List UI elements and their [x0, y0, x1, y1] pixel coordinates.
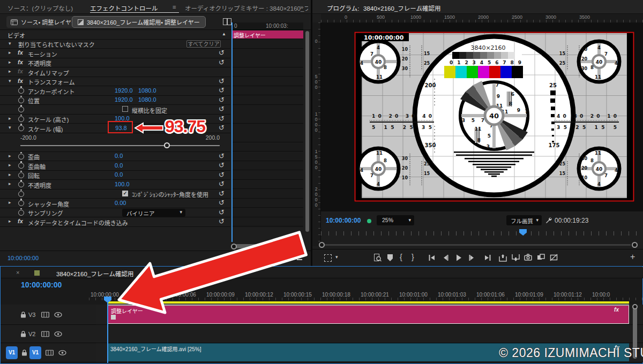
- stopwatch-icon[interactable]: [18, 172, 24, 178]
- mark-in-icon[interactable]: {: [400, 253, 402, 261]
- extract-icon[interactable]: [512, 254, 520, 262]
- lock-icon[interactable]: [20, 330, 27, 337]
- comparison-view-icon[interactable]: [537, 254, 545, 261]
- stopwatch-icon[interactable]: [18, 191, 24, 197]
- timeline-ruler[interactable]: 10:00:00:00 10:00:00:03 10:00:00:06 10:0…: [89, 291, 642, 300]
- chevron-down-icon[interactable]: ▾: [335, 254, 338, 260]
- clip-target-button[interactable]: 3840×2160_フレーム確認用• 調整レイヤー: [72, 16, 206, 28]
- zoom-level-dropdown[interactable]: 25% ▾: [377, 215, 414, 225]
- position-x-value[interactable]: 1920.0: [115, 96, 138, 103]
- opacity-param-value[interactable]: 100.0: [115, 181, 138, 187]
- slider-track[interactable]: [20, 145, 220, 146]
- program-mini-ruler[interactable]: [321, 231, 638, 236]
- multicam-off-icon[interactable]: [550, 254, 558, 261]
- play-audio-icon[interactable]: ▶♪: [282, 253, 289, 260]
- program-timecode[interactable]: 10:00:00:00: [326, 217, 361, 224]
- tab-audio-mixer[interactable]: オーディオクリップミキサー : 3840×2160_フレーム: [185, 4, 308, 12]
- stopwatch-icon[interactable]: [18, 88, 24, 94]
- reset-button[interactable]: ↺: [219, 96, 225, 104]
- row-motion[interactable]: ▸ fx モーション ↺: [0, 49, 230, 58]
- reset-button[interactable]: ↺: [219, 77, 225, 86]
- stopwatch-icon[interactable]: [18, 125, 24, 131]
- filter-icon[interactable]: [268, 253, 275, 261]
- row-opacity-effect[interactable]: ▸ fx 不透明度 ↺: [0, 58, 230, 68]
- slider-handle[interactable]: [164, 142, 170, 148]
- stopwatch-icon[interactable]: [18, 181, 24, 187]
- ec-scrollbar-left-handle[interactable]: [231, 244, 237, 249]
- row-metadata-burnin[interactable]: ▸ fx メタデータとタイムコードの焼き込み ↺: [0, 217, 230, 227]
- track-header-v1[interactable]: V1 V1: [1, 343, 96, 362]
- tab-effect-controls[interactable]: エフェクトコントロール: [90, 4, 158, 12]
- row-video-header[interactable]: ビデオ ▲: [0, 30, 230, 40]
- track-visibility-eye-icon[interactable]: [58, 350, 66, 355]
- go-to-out-icon[interactable]: [484, 254, 491, 261]
- tab-source[interactable]: ソース：(クリップなし): [8, 4, 73, 12]
- step-forward-icon[interactable]: [468, 254, 475, 261]
- reset-button[interactable]: ↺: [219, 189, 225, 198]
- twirl-open-icon[interactable]: ▾: [9, 125, 11, 130]
- twirl-closed-icon[interactable]: ▸: [9, 153, 11, 158]
- reset-button[interactable]: ↺: [219, 161, 225, 170]
- reset-button[interactable]: ↺: [219, 86, 225, 95]
- add-marker-icon[interactable]: [387, 254, 393, 261]
- mark-out-icon[interactable]: }: [412, 253, 414, 261]
- program-menu-icon[interactable]: ≡: [418, 4, 422, 10]
- skew-axis-value[interactable]: 0.0: [115, 162, 138, 169]
- ec-vertical-scrollbar[interactable]: [305, 31, 309, 232]
- sync-lock-film-icon[interactable]: [46, 350, 54, 355]
- export-frame-camera-icon[interactable]: [524, 254, 532, 261]
- reset-button[interactable]: ↺: [219, 58, 225, 67]
- program-scrollbar-right-handle[interactable]: [632, 242, 638, 248]
- twirl-closed-icon[interactable]: ▸: [9, 181, 11, 186]
- stopwatch-icon[interactable]: [18, 154, 24, 160]
- twirl-closed-icon[interactable]: ▸: [9, 162, 11, 168]
- reset-button[interactable]: ↺: [219, 217, 225, 226]
- stopwatch-icon[interactable]: [18, 97, 24, 103]
- stopwatch-icon[interactable]: [18, 210, 24, 216]
- track-lane-v2[interactable]: [96, 325, 643, 343]
- source-patch-v1-badge[interactable]: V1: [6, 346, 18, 359]
- reset-button[interactable]: ↺: [219, 124, 225, 132]
- quality-dropdown[interactable]: フル画質 ▾: [506, 215, 542, 225]
- ec-playhead-line[interactable]: [231, 22, 233, 242]
- track-visibility-eye-icon[interactable]: [54, 312, 62, 317]
- stopwatch-icon[interactable]: [18, 200, 24, 206]
- stopwatch-icon[interactable]: [18, 107, 24, 112]
- stopwatch-icon[interactable]: [18, 116, 24, 122]
- track-name[interactable]: V3: [28, 312, 35, 318]
- program-scrollbar-left-handle[interactable]: [319, 242, 325, 248]
- settings-overlay-icon[interactable]: [324, 254, 332, 262]
- program-scrollbar[interactable]: [324, 244, 631, 246]
- program-tab-clip-name[interactable]: 3840×2160_フレーム確認用: [363, 4, 440, 12]
- step-back-icon[interactable]: [442, 254, 449, 261]
- timeline-scrollbar-handle[interactable]: [632, 304, 638, 309]
- row-transform[interactable]: ▾ fx トランスフォーム ↺: [0, 77, 230, 87]
- track-target-v1-badge[interactable]: V1: [29, 346, 41, 359]
- sync-lock-film-icon[interactable]: [41, 312, 49, 317]
- row-unassigned-masks[interactable]: ▾ 割り当てられていないマスク すべてクリア: [0, 40, 230, 49]
- lift-icon[interactable]: [499, 254, 507, 262]
- reset-button[interactable]: ↺: [219, 105, 225, 113]
- timeline-timecode[interactable]: 10:00:00:00: [21, 280, 62, 289]
- go-to-in-icon[interactable]: [428, 254, 436, 261]
- split-view-icon[interactable]: [223, 18, 231, 25]
- twirl-closed-icon[interactable]: ▸: [9, 218, 11, 224]
- marker-zoom-icon[interactable]: [373, 254, 382, 262]
- twirl-open-icon[interactable]: ▾: [9, 78, 11, 84]
- ec-mini-clip[interactable]: 調整レイヤー: [231, 31, 303, 39]
- clear-all-button[interactable]: すべてクリア: [186, 40, 221, 48]
- ec-horizontal-scrollbar[interactable]: [235, 244, 300, 248]
- timeline-playhead-line[interactable]: [107, 300, 108, 363]
- clip-adjustment-layer[interactable]: 調整レイヤー fx: [108, 305, 629, 324]
- timeline-tab-name[interactable]: 3840×2160_フレーム確認用: [56, 269, 133, 278]
- comp-shutter-checkbox[interactable]: ✓: [122, 191, 128, 196]
- panel-menu-icon[interactable]: ≡: [173, 4, 176, 10]
- close-tab-icon[interactable]: ×: [16, 269, 19, 276]
- track-header-v3[interactable]: V3: [1, 305, 96, 325]
- settings-wrench-icon[interactable]: [545, 216, 552, 224]
- reset-button[interactable]: ↺: [219, 152, 225, 161]
- sync-lock-film-icon[interactable]: [41, 331, 49, 337]
- program-tab-title[interactable]: プログラム:: [327, 4, 359, 12]
- twirl-closed-icon[interactable]: ▸: [9, 69, 11, 74]
- reset-button[interactable]: ↺: [219, 49, 225, 57]
